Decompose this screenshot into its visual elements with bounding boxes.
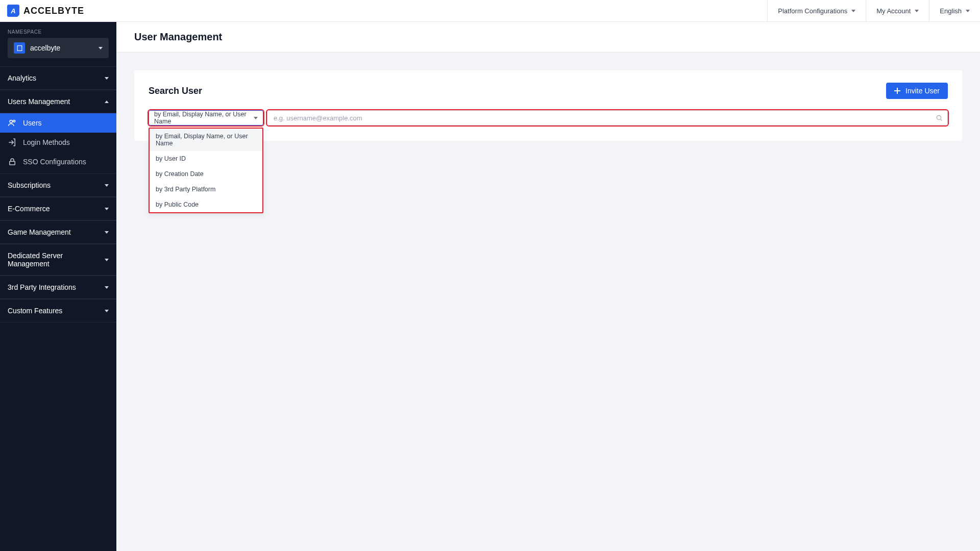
sidebar: NAMESPACE accelbyte Analytics Users Mana… <box>0 22 116 551</box>
chevron-down-icon <box>254 117 258 119</box>
invite-user-button[interactable]: Invite User <box>886 83 948 99</box>
svg-point-5 <box>10 120 12 122</box>
page-title-bar: User Management <box>116 22 980 53</box>
card-title: Search User <box>149 86 202 96</box>
platform-config-label: Platform Configurations <box>778 7 847 15</box>
chevron-down-icon <box>915 10 919 12</box>
login-icon <box>8 138 17 147</box>
sidebar-item-game-management[interactable]: Game Management <box>0 220 116 244</box>
chevron-down-icon <box>105 184 109 187</box>
chevron-down-icon <box>105 286 109 289</box>
sidebar-item-label: Users Management <box>8 97 70 106</box>
main-content: User Management Search User Invite User … <box>116 22 980 551</box>
platform-config-menu[interactable]: Platform Configurations <box>767 0 866 21</box>
users-icon <box>8 118 17 128</box>
sidebar-item-subscriptions[interactable]: Subscriptions <box>0 173 116 197</box>
lock-icon <box>8 157 17 166</box>
sidebar-item-users-management[interactable]: Users Management <box>0 90 116 113</box>
sidebar-item-label: Subscriptions <box>8 181 51 189</box>
chevron-down-icon <box>851 10 855 12</box>
sidebar-item-analytics[interactable]: Analytics <box>0 66 116 90</box>
search-input[interactable] <box>267 110 948 126</box>
svg-rect-0 <box>17 45 22 51</box>
chevron-down-icon <box>105 208 109 210</box>
chevron-down-icon <box>105 77 109 80</box>
sidebar-sub-login-methods[interactable]: Login Methods <box>0 133 116 152</box>
sidebar-item-3rd-party[interactable]: 3rd Party Integrations <box>0 276 116 299</box>
page-title: User Management <box>134 31 962 43</box>
dropdown-option-3rd-party[interactable]: by 3rd Party Platform <box>150 182 262 197</box>
search-type-dropdown: by Email, Display Name, or User Name by … <box>149 128 263 213</box>
language-label: English <box>940 7 962 15</box>
sidebar-item-custom-features[interactable]: Custom Features <box>0 299 116 322</box>
chevron-down-icon <box>966 10 970 12</box>
search-type-value: by Email, Display Name, or User Name <box>154 111 254 125</box>
search-type-select[interactable]: by Email, Display Name, or User Name <box>149 110 263 126</box>
invite-user-label: Invite User <box>905 87 940 95</box>
sidebar-item-label: SSO Configurations <box>23 158 86 166</box>
sidebar-item-label: Analytics <box>8 74 36 82</box>
sidebar-item-label: 3rd Party Integrations <box>8 283 76 291</box>
brand-logo[interactable]: A ACCELBYTE <box>0 5 116 17</box>
sidebar-item-label: Game Management <box>8 228 71 236</box>
dropdown-option-creation-date[interactable]: by Creation Date <box>150 166 262 182</box>
chevron-up-icon <box>105 101 109 103</box>
sidebar-item-label: Dedicated Server Management <box>8 252 105 268</box>
plus-icon <box>894 88 900 94</box>
svg-point-6 <box>13 120 15 122</box>
sidebar-sub-users[interactable]: Users <box>0 113 116 133</box>
dropdown-option-public-code[interactable]: by Public Code <box>150 197 262 212</box>
namespace-value: accelbyte <box>30 44 93 52</box>
chevron-down-icon <box>105 259 109 261</box>
my-account-menu[interactable]: My Account <box>866 0 929 21</box>
chevron-down-icon <box>99 47 103 49</box>
sidebar-item-label: E-Commerce <box>8 205 50 213</box>
svg-rect-8 <box>10 161 15 165</box>
search-icon[interactable] <box>936 114 943 121</box>
sidebar-item-dedicated-server[interactable]: Dedicated Server Management <box>0 244 116 276</box>
language-menu[interactable]: English <box>929 0 980 21</box>
brand-mark-icon: A <box>7 5 19 17</box>
search-user-card: Search User Invite User by Email, Displa… <box>134 70 962 141</box>
dropdown-option-email[interactable]: by Email, Display Name, or User Name <box>150 129 262 151</box>
chevron-down-icon <box>105 310 109 312</box>
sidebar-item-ecommerce[interactable]: E-Commerce <box>0 197 116 220</box>
sidebar-item-label: Login Methods <box>23 138 70 146</box>
svg-line-10 <box>940 119 942 120</box>
app-header: A ACCELBYTE Platform Configurations My A… <box>0 0 980 22</box>
namespace-label: NAMESPACE <box>0 22 116 38</box>
sidebar-sub-sso[interactable]: SSO Configurations <box>0 152 116 171</box>
my-account-label: My Account <box>876 7 911 15</box>
building-icon <box>14 42 25 54</box>
namespace-selector[interactable]: accelbyte <box>8 38 109 58</box>
chevron-down-icon <box>105 231 109 234</box>
dropdown-option-userid[interactable]: by User ID <box>150 151 262 166</box>
sidebar-item-label: Users <box>23 119 42 127</box>
brand-name: ACCELBYTE <box>23 6 84 16</box>
svg-point-9 <box>937 115 941 119</box>
sidebar-item-label: Custom Features <box>8 307 62 315</box>
